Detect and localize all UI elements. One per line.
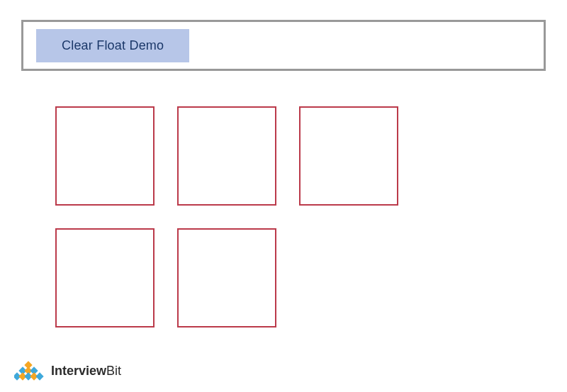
float-box: [55, 228, 155, 327]
brand-logo: InterviewBit: [14, 361, 121, 381]
float-box-grid: [55, 106, 398, 350]
brand-name: InterviewBit: [51, 364, 121, 379]
float-box: [177, 106, 276, 206]
float-box: [177, 228, 276, 327]
svg-rect-8: [35, 372, 43, 380]
page-title: Clear Float Demo: [36, 29, 189, 62]
interviewbit-icon: [14, 361, 45, 381]
float-box: [299, 106, 398, 206]
float-row-2: [55, 228, 398, 327]
float-row-1: [55, 106, 398, 206]
header-container: Clear Float Demo: [21, 20, 546, 71]
float-box: [55, 106, 155, 206]
